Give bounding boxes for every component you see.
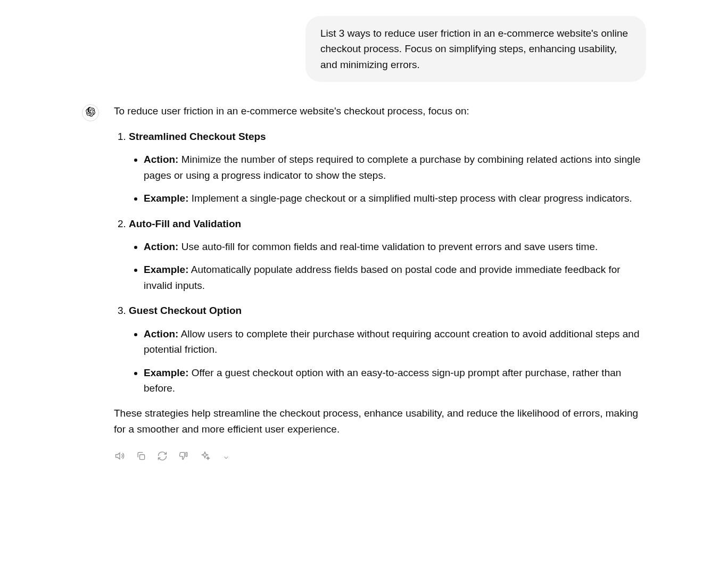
list-item: Auto-Fill and Validation Action: Use aut… <box>129 216 646 294</box>
sub-list: Action: Allow users to complete their pu… <box>129 326 646 396</box>
thumbs-down-icon <box>178 450 189 466</box>
sub-item: Example: Offer a guest checkout option w… <box>144 365 646 396</box>
sub-list: Action: Use auto-fill for common fields … <box>129 239 646 293</box>
change-model-button[interactable] <box>199 452 211 463</box>
sub-item: Example: Implement a single-page checkou… <box>144 190 646 206</box>
example-text: Implement a single-page checkout or a si… <box>188 193 632 204</box>
example-label: Example: <box>144 264 188 275</box>
assistant-avatar <box>82 104 99 121</box>
more-menu-button[interactable] <box>220 452 232 463</box>
action-label: Action: <box>144 154 178 165</box>
sparkle-icon <box>200 450 210 466</box>
user-message-text: List 3 ways to reduce user friction in a… <box>320 28 628 70</box>
item-title: Auto-Fill and Validation <box>129 216 646 231</box>
chevron-down-icon <box>222 450 230 466</box>
copy-icon <box>136 450 146 466</box>
action-text: Minimize the number of steps required to… <box>144 154 641 180</box>
action-text: Allow users to complete their purchase w… <box>144 328 640 355</box>
example-label: Example: <box>144 193 188 204</box>
openai-logo-icon <box>86 105 95 121</box>
message-actions <box>114 452 646 463</box>
assistant-message: To reduce user friction in an e-commerce… <box>82 103 646 463</box>
refresh-icon <box>157 450 168 466</box>
user-message-bubble: List 3 ways to reduce user friction in a… <box>305 16 646 82</box>
numbered-list: Streamlined Checkout Steps Action: Minim… <box>114 129 646 396</box>
assistant-intro: To reduce user friction in an e-commerce… <box>114 103 646 119</box>
action-label: Action: <box>144 241 178 252</box>
list-item: Streamlined Checkout Steps Action: Minim… <box>129 129 646 206</box>
sub-item: Action: Allow users to complete their pu… <box>144 326 646 358</box>
action-label: Action: <box>144 328 178 339</box>
read-aloud-button[interactable] <box>114 452 126 463</box>
bad-response-button[interactable] <box>178 452 189 463</box>
svg-rect-0 <box>140 454 145 459</box>
regenerate-button[interactable] <box>156 452 168 463</box>
example-text: Offer a guest checkout option with an ea… <box>144 367 621 394</box>
action-text: Use auto-fill for common fields and real… <box>178 241 598 252</box>
example-label: Example: <box>144 367 188 378</box>
copy-button[interactable] <box>135 452 147 463</box>
assistant-outro: These strategies help streamline the che… <box>114 405 646 437</box>
sub-item: Action: Use auto-fill for common fields … <box>144 239 646 254</box>
list-item: Guest Checkout Option Action: Allow user… <box>129 303 646 396</box>
sub-list: Action: Minimize the number of steps req… <box>129 152 646 206</box>
example-text: Automatically populate address fields ba… <box>144 264 621 290</box>
speaker-icon <box>114 450 125 466</box>
item-title: Streamlined Checkout Steps <box>129 129 646 144</box>
sub-item: Action: Minimize the number of steps req… <box>144 152 646 183</box>
sub-item: Example: Automatically populate address … <box>144 262 646 293</box>
item-title: Guest Checkout Option <box>129 303 646 318</box>
